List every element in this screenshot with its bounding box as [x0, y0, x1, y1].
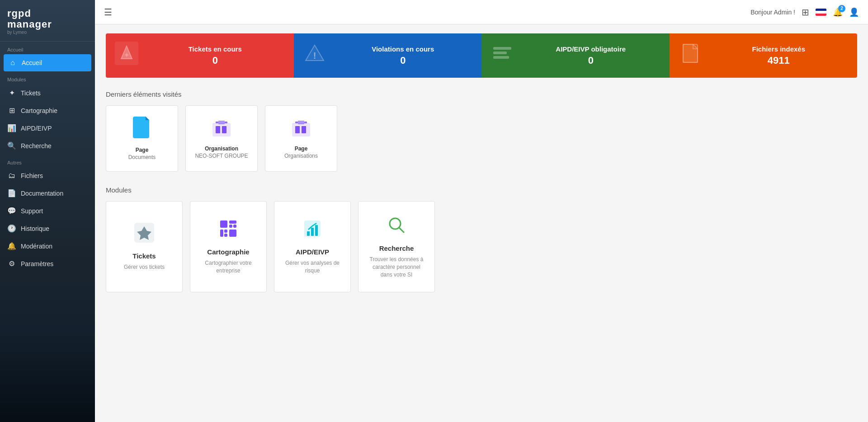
- sidebar-item-documentation[interactable]: 📄 Documentation: [0, 184, 95, 202]
- recent-section-title: Derniers éléments visités: [106, 90, 857, 98]
- recent-icon-0: [133, 117, 151, 142]
- svg-rect-32: [307, 231, 310, 236]
- stat-icon-aipd: [491, 42, 514, 70]
- module-desc-cartographie: Cartographier votre entreprise: [199, 259, 257, 275]
- svg-rect-28: [224, 230, 227, 233]
- section-autres-label: Autres: [0, 155, 95, 167]
- sidebar-item-parametres[interactable]: ⚙ Paramètres: [0, 255, 95, 272]
- recent-icon-1: [212, 118, 231, 141]
- module-cards: Tickets Gérer vos tickets: [106, 201, 857, 292]
- svg-rect-11: [222, 126, 226, 133]
- language-flag[interactable]: [816, 9, 826, 16]
- svg-rect-24: [229, 220, 236, 224]
- sidebar-recherche-label: Recherche: [21, 142, 52, 150]
- sidebar-tickets-label: Tickets: [21, 89, 41, 97]
- svg-rect-18: [298, 121, 304, 124]
- stat-icon-fichiers: [679, 42, 702, 70]
- svg-rect-20: [304, 122, 307, 123]
- home-icon: ⌂: [8, 59, 17, 67]
- documentation-icon: 📄: [7, 189, 16, 197]
- module-title-cartographie: Cartographie: [207, 248, 249, 256]
- sidebar-documentation-label: Documentation: [21, 190, 63, 197]
- topbar-left: ☰: [104, 7, 112, 18]
- svg-rect-13: [216, 122, 218, 123]
- sidebar-fichiers-label: Fichiers: [21, 172, 43, 179]
- stat-card-aipd-title: AIPD/EIVP obligatoire: [521, 45, 660, 53]
- moderation-icon: 🔔: [7, 242, 16, 250]
- sidebar-bg: [0, 332, 95, 422]
- recent-name-2: Organisations: [284, 153, 318, 159]
- sidebar-cartographie-label: Cartographie: [21, 107, 57, 114]
- recent-item-2[interactable]: Page Organisations: [265, 105, 337, 172]
- module-card-cartographie[interactable]: Cartographie Cartographier votre entrepr…: [190, 201, 267, 292]
- sidebar-aipd-label: AIPD/EIVP: [21, 125, 52, 132]
- recent-name-0: Documents: [128, 154, 156, 160]
- sidebar-support-label: Support: [21, 207, 43, 215]
- sidebar-item-moderation[interactable]: 🔔 Modération: [0, 237, 95, 255]
- stat-card-tickets[interactable]: ✦ Tickets en cours 0: [106, 33, 294, 78]
- section-modules-label: Modules: [0, 71, 95, 84]
- sidebar-moderation-label: Modération: [21, 243, 52, 250]
- stat-card-violations-title: Violations en cours: [334, 45, 473, 53]
- grid-icon[interactable]: ⊞: [802, 7, 809, 18]
- sidebar: rgpd manager by Lymeo Accueil ⌂ Accueil …: [0, 0, 95, 422]
- sidebar-item-recherche[interactable]: 🔍 Recherche: [0, 137, 95, 155]
- tickets-icon: ✦: [7, 89, 16, 97]
- recent-item-0[interactable]: Page Documents: [106, 105, 178, 172]
- module-card-tickets[interactable]: Tickets Gérer vos tickets: [106, 201, 183, 292]
- module-icon-tickets: [134, 223, 154, 247]
- svg-text:!: !: [313, 51, 316, 61]
- recent-items: Page Documents Organisation NEO-SOFT GRO…: [106, 105, 857, 172]
- stat-card-aipd-info: AIPD/EIVP obligatoire 0: [521, 45, 660, 66]
- module-title-tickets: Tickets: [132, 252, 156, 260]
- recent-type-1: Organisation: [205, 145, 238, 152]
- svg-rect-6: [493, 52, 507, 54]
- svg-rect-23: [220, 220, 227, 228]
- svg-rect-30: [224, 234, 227, 237]
- user-icon[interactable]: 👤: [849, 7, 859, 17]
- svg-rect-27: [220, 230, 223, 237]
- logo: rgpd manager by Lymeo: [0, 0, 95, 42]
- sidebar-item-support[interactable]: 💬 Support: [0, 202, 95, 220]
- stat-card-fichiers-title: Fichiers indexés: [709, 45, 849, 53]
- svg-rect-5: [493, 47, 511, 50]
- hamburger-button[interactable]: ☰: [104, 7, 112, 18]
- svg-rect-34: [315, 225, 318, 236]
- stat-card-fichiers[interactable]: Fichiers indexés 4911: [670, 33, 858, 78]
- sidebar-item-cartographie[interactable]: ⊞ Cartographie: [0, 102, 95, 119]
- stat-card-violations-info: Violations en cours 0: [334, 45, 473, 66]
- module-card-aipd[interactable]: AIPD/EIVP Gérer vos analyses de risque: [274, 201, 351, 292]
- svg-line-36: [399, 228, 404, 232]
- sidebar-accueil-label: Accueil: [22, 59, 42, 66]
- sidebar-item-historique[interactable]: 🕐 Historique: [0, 220, 95, 237]
- stat-card-tickets-title: Tickets en cours: [146, 45, 285, 53]
- aipd-icon: 📊: [7, 124, 16, 132]
- recent-item-1[interactable]: Organisation NEO-SOFT GROUPE: [185, 105, 258, 172]
- logo-text: rgpd manager: [7, 8, 88, 30]
- historique-icon: 🕐: [7, 224, 16, 233]
- recent-icon-2: [292, 118, 311, 141]
- sidebar-parametres-label: Paramètres: [21, 260, 53, 267]
- notification-icon[interactable]: 🔔 2: [833, 7, 843, 17]
- svg-rect-12: [218, 121, 225, 124]
- svg-rect-14: [225, 122, 227, 123]
- sidebar-item-aipd[interactable]: 📊 AIPD/EIVP: [0, 119, 95, 137]
- sidebar-historique-label: Historique: [21, 225, 49, 232]
- sidebar-item-tickets[interactable]: ✦ Tickets: [0, 84, 95, 102]
- sidebar-item-accueil[interactable]: ⌂ Accueil: [4, 54, 91, 71]
- stat-card-tickets-info: Tickets en cours 0: [146, 45, 285, 66]
- logo-by: by Lymeo: [7, 30, 88, 35]
- svg-rect-10: [216, 126, 220, 133]
- support-icon: 💬: [7, 206, 16, 215]
- stat-card-violations-value: 0: [334, 55, 473, 66]
- stat-card-aipd[interactable]: AIPD/EIVP obligatoire 0: [481, 33, 670, 78]
- main-area: ☰ Bonjour Admin ! ⊞ 🔔 2 👤 ✦: [95, 0, 868, 422]
- stat-card-violations[interactable]: ! Violations en cours 0: [294, 33, 482, 78]
- module-icon-cartographie: [218, 219, 238, 243]
- module-title-recherche: Recherche: [379, 244, 414, 252]
- module-card-recherche[interactable]: Recherche Trouver les données à caractèr…: [358, 201, 435, 292]
- sidebar-item-fichiers[interactable]: 🗂 Fichiers: [0, 167, 95, 184]
- svg-rect-26: [233, 225, 236, 228]
- stat-icon-tickets: ✦: [115, 42, 138, 70]
- stat-icon-violations: !: [303, 42, 326, 70]
